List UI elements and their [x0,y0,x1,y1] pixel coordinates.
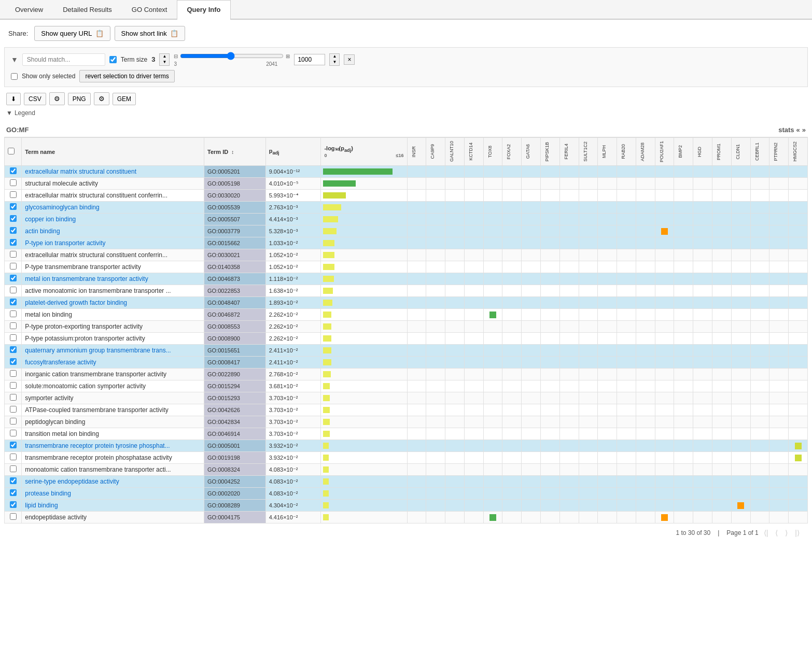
csv-button[interactable]: CSV [24,93,46,105]
row-checkbox[interactable] [10,489,17,496]
show-short-link-button[interactable]: Show short link 📋 [115,26,185,41]
gene-cell [750,452,769,464]
chevron-right-icon[interactable]: » [802,126,806,134]
row-checkbox[interactable] [10,442,17,448]
row-checkbox[interactable] [10,167,17,174]
max-spinner-up[interactable]: ▲ [330,54,339,60]
sort-icon[interactable]: ↕ [231,149,234,155]
first-page-button[interactable]: ⟨| [762,528,771,538]
row-checkbox[interactable] [10,334,17,341]
gene-cell [712,178,732,190]
gene-cell [636,404,655,416]
gene-cell [598,333,617,345]
bar-cell [321,273,407,285]
gem-button[interactable]: GEM [113,93,136,105]
row-checkbox[interactable] [10,454,17,460]
max-spinner[interactable]: ▲ ▼ [329,53,340,66]
chevron-left-icon[interactable]: « [796,126,800,134]
gene-cell [426,512,445,523]
next-page-button[interactable]: ⟩ [783,528,790,538]
ptprn2-header: PTPRN2 [769,138,789,166]
select-all-checkbox[interactable] [8,148,15,154]
gene-cell [522,416,541,428]
row-checkbox[interactable] [10,370,17,377]
row-checkbox[interactable] [10,179,17,186]
gene-cell [750,440,769,452]
row-checkbox[interactable] [10,191,17,198]
max-spinner-down[interactable]: ▼ [330,60,339,65]
png-button[interactable]: PNG [68,93,91,105]
row-checkbox[interactable] [10,322,17,329]
csv-settings-button[interactable]: ⚙ [49,92,65,105]
share-bar: Share: Show query URL 📋 Show short link … [0,20,812,47]
gene-cell [502,345,522,357]
gene-cell [693,452,712,464]
gene-cell [731,512,750,523]
row-checkbox[interactable] [10,501,17,508]
row-checkbox[interactable] [10,430,17,436]
row-checkbox-cell [5,225,22,237]
last-page-button[interactable]: |⟩ [793,528,802,538]
gene-cell [769,166,789,178]
table-row: extracellular matrix structural constitu… [5,166,808,178]
gene-cell [426,225,445,237]
tab-query-info[interactable]: Query Info [177,0,230,20]
feril4-header: FERIL4 [559,138,579,166]
row-checkbox[interactable] [10,310,17,317]
revert-selection-button[interactable]: revert selection to driver terms [79,70,174,82]
spinner-up[interactable]: ▲ [160,54,169,60]
row-checkbox[interactable] [10,394,17,401]
png-settings-button[interactable]: ⚙ [94,92,109,105]
tab-go-context[interactable]: GO Context [122,0,177,19]
row-checkbox[interactable] [10,418,17,424]
table-row: lipid bindingGO:00082894.304×10⁻² [5,500,808,512]
gene-cell [407,297,426,309]
slider-labels: 3 2041 [174,61,277,67]
gene-cell [522,297,541,309]
row-checkbox[interactable] [10,275,17,281]
row-checkbox[interactable] [10,406,17,413]
row-checkbox[interactable] [10,358,17,365]
row-checkbox[interactable] [10,227,17,234]
download-button[interactable]: ⬇ [6,93,21,105]
show-query-url-button[interactable]: Show query URL 📋 [34,26,110,41]
tab-detailed-results[interactable]: Detailed Results [53,0,122,19]
gene-cell [769,309,789,321]
row-checkbox[interactable] [10,513,17,520]
term-size-slider[interactable] [180,52,284,60]
row-checkbox[interactable] [10,239,17,246]
show-only-selected-checkbox[interactable] [11,73,18,80]
gene-cell [464,190,483,202]
spinner-down[interactable]: ▼ [160,60,169,65]
padj-cell: 3.932×10⁻² [265,452,321,464]
legend-toggle[interactable]: ▼ Legend [6,109,806,117]
bar-cell [321,452,407,464]
term-size-checkbox[interactable] [109,56,117,63]
clear-filter-button[interactable]: × [344,54,355,65]
rab20-header: RAB20 [617,138,636,166]
row-checkbox[interactable] [10,299,17,305]
prev-page-button[interactable]: ⟨ [773,528,780,538]
row-checkbox[interactable] [10,251,17,258]
gene-cell [541,190,560,202]
row-checkbox[interactable] [10,346,17,353]
row-checkbox[interactable] [10,465,17,472]
gene-cell [502,392,522,404]
term-size-spinner[interactable]: ▲ ▼ [159,53,170,66]
row-checkbox[interactable] [10,263,17,270]
term-name-cell: monoatomic cation transmembrane transpor… [22,464,204,476]
table-row: symporter activityGO:00152933.703×10⁻² [5,392,808,404]
gene-cell [712,214,732,225]
row-checkbox[interactable] [10,203,17,210]
row-checkbox[interactable] [10,215,17,222]
max-value-input[interactable] [294,54,325,65]
row-checkbox[interactable] [10,477,17,484]
gene-cell [522,285,541,297]
row-checkbox[interactable] [10,382,17,389]
gene-cell [769,190,789,202]
should-match-input[interactable] [22,53,105,66]
row-checkbox[interactable] [10,287,17,293]
gene-cell [789,249,808,261]
gene-cell [541,202,560,214]
tab-overview[interactable]: Overview [5,0,53,19]
